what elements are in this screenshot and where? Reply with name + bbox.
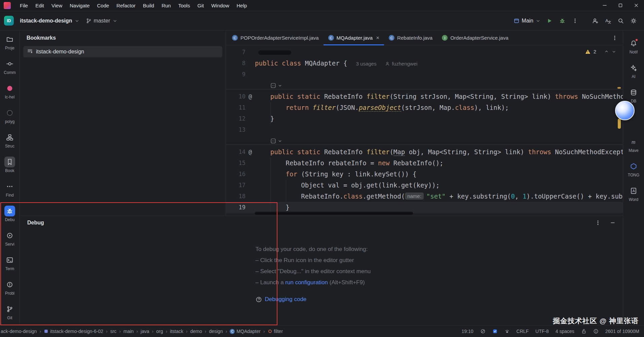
code-line-17[interactable]: 17 Object val = obj.get(link.get(key)); [226, 180, 623, 191]
usages-inlay[interactable]: 3 usages [356, 61, 377, 67]
line-number[interactable]: 12 [226, 113, 245, 124]
run-button[interactable] [544, 15, 555, 27]
breadcrumb-item[interactable]: filter [268, 329, 283, 334]
search-everywhere-button[interactable] [615, 15, 627, 27]
breadcrumb-item[interactable]: java [141, 329, 149, 334]
tool-window-button-lc-helper[interactable]: lc-hel [4, 83, 15, 99]
status-plugin[interactable] [504, 329, 510, 334]
debug-panel-hide-button[interactable] [610, 220, 615, 225]
menu-refactor[interactable]: Refactor [113, 0, 139, 11]
bookmark-item[interactable]: itstack-demo-design [23, 46, 222, 57]
breadcrumb-item[interactable]: main [123, 329, 134, 334]
menu-window[interactable]: Window [207, 0, 233, 11]
status-memory[interactable]: 2601 of 10900M [605, 329, 639, 334]
menu-build[interactable]: Build [139, 0, 158, 11]
code-line-14[interactable]: 14@ public static RebateInfo filter(Map … [226, 146, 623, 158]
stripe-warning-mark[interactable] [618, 119, 621, 129]
code-line-10[interactable]: 10@ public static RebateInfo filter(Stri… [226, 91, 623, 102]
tool-window-button-polyglot[interactable]: polyg [4, 108, 15, 124]
breadcrumb-item[interactable]: itstack [170, 329, 183, 334]
branch-selector[interactable]: master [83, 15, 121, 27]
tool-window-button-notifications[interactable]: Notif [628, 38, 639, 54]
inspection-widget[interactable]: 2 [585, 49, 616, 54]
menu-edit[interactable]: Edit [32, 0, 48, 11]
breadcrumb-item[interactable]: src [110, 329, 117, 334]
breadcrumb-item[interactable]: CMQAdapter [230, 329, 261, 334]
run-configuration-link[interactable]: run configuration [285, 279, 328, 286]
tab-options-button[interactable] [607, 31, 623, 45]
run-config-selector[interactable]: Main [510, 15, 544, 27]
settings-button[interactable] [628, 15, 639, 27]
code-line-13[interactable]: 13 [226, 124, 623, 135]
menu-run[interactable]: Run [158, 0, 175, 11]
translate-button[interactable]: A文 [602, 15, 614, 27]
line-number[interactable]: 20 [226, 213, 245, 216]
tool-window-button-problems[interactable]: Probl [4, 279, 15, 296]
tab-RebateInfo.java[interactable]: CRebateInfo.java [384, 31, 437, 45]
assistant-floating-button[interactable] [615, 101, 635, 120]
tool-window-button-project[interactable]: Proje [4, 34, 15, 50]
status-highlight-level[interactable] [480, 329, 486, 334]
line-number[interactable]: 16 [226, 169, 245, 180]
next-problem-button[interactable] [612, 49, 616, 54]
tool-window-button-commit[interactable]: Comm [4, 58, 15, 75]
debug-button[interactable] [557, 15, 568, 27]
status-write-access[interactable] [581, 329, 586, 334]
tool-window-button-services[interactable]: Servi [4, 230, 15, 247]
menu-code[interactable]: Code [93, 0, 113, 11]
line-number[interactable]: 18 [226, 191, 245, 202]
stripe-warning-mark[interactable] [617, 87, 621, 89]
minimize-button[interactable] [597, 0, 612, 11]
more-actions-button[interactable] [569, 15, 581, 27]
breadcrumb-item[interactable]: ack-demo-design [1, 329, 37, 334]
tool-window-button-maven[interactable]: mMave [628, 136, 639, 153]
menu-view[interactable]: View [48, 0, 66, 11]
status-caret-position[interactable]: 19:10 [461, 329, 473, 334]
tab-POPOrderAdapterServiceImpl.java[interactable]: CPOPOrderAdapterServiceImpl.java [227, 31, 324, 45]
line-number[interactable]: 15 [226, 158, 245, 169]
line-number[interactable]: 13 [226, 124, 245, 135]
code-line-11[interactable]: 11 return filter(JSON.parseObject(strJso… [226, 102, 623, 113]
tool-window-button-terminal[interactable]: Term [4, 255, 15, 271]
line-number[interactable]: 14 [226, 146, 245, 158]
tool-window-button-dictionary[interactable]: AWord [628, 185, 639, 202]
close-button[interactable] [628, 0, 644, 11]
code-line-9[interactable]: 9 [226, 69, 623, 80]
line-number[interactable]: 7 [226, 47, 245, 58]
code-line-15[interactable]: 15 RebateInfo rebateInfo = new RebateInf… [226, 158, 623, 169]
line-number[interactable]: 9 [226, 69, 245, 80]
menu-tools[interactable]: Tools [175, 0, 194, 11]
line-number[interactable]: 8 [226, 58, 245, 69]
tool-window-button-git[interactable]: Git [4, 304, 15, 320]
line-number[interactable]: 11 [226, 102, 245, 113]
code-line-8[interactable]: 8public class MQAdapter {3 usagesfuzheng… [226, 58, 623, 69]
code-line-18[interactable]: 18 RebateInfo.class.getMethod(name:"set"… [226, 191, 623, 202]
code-editor[interactable]: 78public class MQAdapter {3 usagesfuzhen… [226, 45, 623, 216]
status-lingma[interactable] [492, 329, 498, 334]
status-encoding[interactable]: UTF-8 [535, 329, 549, 334]
tool-window-button-debug[interactable]: Debu [4, 206, 15, 222]
code-line-12[interactable]: 12 } [226, 113, 623, 124]
breadcrumb-item[interactable]: itstack-demo-design-6-02 [44, 329, 103, 334]
line-number[interactable]: 17 [226, 180, 245, 191]
tab-MQAdapter.java[interactable]: CMQAdapter.java× [324, 31, 384, 45]
code-line-7[interactable]: 7 [226, 47, 623, 58]
tool-window-button-database[interactable]: DB [628, 87, 639, 103]
tool-window-button-structure[interactable]: Struc [4, 132, 15, 149]
maximize-button[interactable] [612, 0, 628, 11]
close-tab-icon[interactable]: × [376, 35, 379, 41]
tab-OrderAdapterService.java[interactable]: IOrderAdapterService.java [437, 31, 513, 45]
breadcrumb-item[interactable]: design [209, 329, 223, 334]
menu-help[interactable]: Help [233, 0, 251, 11]
code-line-16[interactable]: 16 for (String key : link.keySet()) { [226, 169, 623, 180]
breadcrumb-item[interactable]: org [156, 329, 163, 334]
horizontal-scrollbar[interactable] [255, 212, 413, 215]
author-inlay[interactable]: fuzhengwei [385, 61, 417, 67]
tool-window-button-ai-assistant[interactable]: AI [628, 62, 639, 79]
prev-problem-button[interactable] [604, 49, 609, 54]
breadcrumb-item[interactable]: demo [190, 329, 202, 334]
line-number[interactable]: 19 [226, 202, 245, 213]
project-selector[interactable]: itstack-demo-design [16, 15, 83, 27]
code-with-me-button[interactable] [590, 15, 601, 27]
menu-navigate[interactable]: Navigate [66, 0, 93, 11]
